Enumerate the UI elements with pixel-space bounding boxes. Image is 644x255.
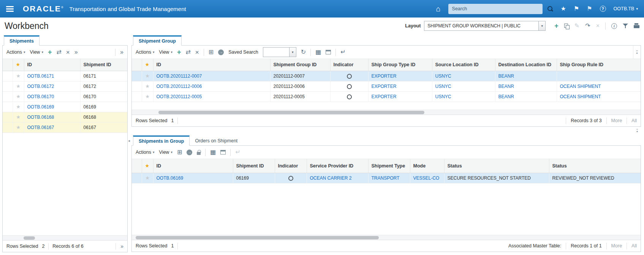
destination-location-link[interactable]: BEANR: [498, 94, 514, 99]
copy-layout-button[interactable]: [564, 24, 569, 29]
modify-button[interactable]: ⇄: [185, 49, 190, 55]
add-button[interactable]: +: [48, 49, 52, 56]
table-row[interactable]: ★ OOTB.06169 06169: [3, 102, 127, 112]
favorite-star-icon[interactable]: ★: [16, 104, 21, 110]
favorite-star-icon[interactable]: ★: [16, 94, 21, 99]
shipment-id-link[interactable]: OOTB.06169: [157, 175, 184, 181]
expand-footer-button[interactable]: »: [120, 243, 123, 249]
filter-icon[interactable]: [623, 23, 628, 29]
print-icon[interactable]: [634, 23, 639, 29]
ship-group-type-link[interactable]: EXPORTER: [372, 84, 397, 89]
ship-group-rule-link[interactable]: OCEAN SHIPMENT: [560, 84, 601, 89]
column-header-id[interactable]: ID: [153, 159, 233, 173]
add-layout-button[interactable]: +: [554, 22, 559, 29]
all-link[interactable]: All: [631, 118, 637, 123]
lock-icon[interactable]: [197, 152, 201, 155]
view-menu-button[interactable]: View▾: [159, 49, 172, 55]
view-menu-button[interactable]: View▾: [30, 49, 43, 55]
favorite-star-icon[interactable]: ★: [16, 73, 21, 79]
shipment-id-link[interactable]: OOTB.06167: [27, 125, 54, 130]
delete-button[interactable]: ×: [195, 49, 199, 56]
source-location-link[interactable]: USNYC: [435, 94, 451, 99]
table-row-selected[interactable]: ★ OOTB.06167 06167: [3, 122, 127, 132]
search-icon[interactable]: [547, 6, 553, 12]
ship-group-type-link[interactable]: EXPORTER: [372, 73, 397, 79]
chevron-down-icon[interactable]: ▾: [538, 21, 545, 30]
table-row[interactable]: ★ OOTB.20201112-0005 20201112-0005 EXPOR…: [132, 91, 641, 102]
add-button[interactable]: +: [177, 49, 181, 56]
favorite-star-icon[interactable]: ★: [145, 94, 150, 99]
table-row-selected[interactable]: ★ OOTB.06168 06168: [3, 112, 127, 122]
favorites-star-icon[interactable]: ★: [561, 6, 566, 12]
shipment-id-link[interactable]: OOTB.06170: [27, 94, 54, 99]
panel-splitter[interactable]: ◂: [128, 35, 131, 255]
tab-shipment-group[interactable]: Shipment Group: [133, 35, 182, 46]
table-row[interactable]: ★ OOTB.06171 06171: [3, 71, 127, 81]
column-header-indicator[interactable]: Indicator: [275, 159, 307, 173]
favorite-star-icon[interactable]: ★: [145, 175, 150, 181]
column-header-shipment-id[interactable]: Shipment ID: [80, 59, 127, 71]
tab-orders-on-shipment[interactable]: Orders on Shipment: [190, 135, 243, 146]
collapse-pane-button[interactable]: ▴: [633, 128, 641, 134]
shipment-group-id-link[interactable]: OOTB.20201112-0006: [157, 84, 202, 89]
table-view-icon[interactable]: ▦: [210, 149, 216, 155]
refresh-icon[interactable]: ↻: [301, 49, 306, 55]
column-header-shipment-id[interactable]: Shipment ID: [233, 159, 275, 173]
column-header-ship-group-rule-id[interactable]: Ship Group Rule ID: [557, 59, 641, 71]
column-header-status[interactable]: Status: [444, 159, 549, 173]
mode-link[interactable]: VESSEL-CO: [413, 175, 440, 181]
table-view-icon[interactable]: ▦: [315, 49, 321, 55]
column-header-shipment-type[interactable]: Shipment Type: [368, 159, 410, 173]
column-header-id[interactable]: ID: [153, 59, 270, 71]
user-menu[interactable]: OOTB.TB ▾: [614, 6, 638, 11]
table-row-selected[interactable]: ★ OOTB.20201112-0007 20201112-0007 EXPOR…: [132, 71, 641, 81]
go-icon[interactable]: →: [187, 150, 192, 155]
search-input[interactable]: [448, 4, 543, 14]
mass-update-icon[interactable]: ⊞: [177, 149, 182, 155]
menu-icon[interactable]: [6, 6, 14, 12]
modify-button[interactable]: ⇄: [56, 49, 61, 55]
info-icon[interactable]: i: [611, 23, 617, 29]
column-header-service-provider-id[interactable]: Service Provider ID: [307, 159, 368, 173]
actions-menu-button[interactable]: Actions▾: [136, 49, 155, 55]
mass-update-icon[interactable]: ⊞: [209, 49, 214, 55]
edit-layout-button[interactable]: ✎: [574, 23, 579, 29]
ship-group-rule-link[interactable]: OCEAN SHIPMENT: [560, 94, 601, 99]
scrollbar-thumb[interactable]: [136, 236, 379, 239]
table-row[interactable]: ★ OOTB.06170 06170: [3, 91, 127, 102]
favorite-star-icon[interactable]: ★: [16, 114, 21, 120]
favorite-star-icon[interactable]: ★: [16, 124, 21, 130]
layout-select[interactable]: SHIPMENT GROUP WORKBENCH | PUBLIC ▾: [424, 21, 546, 31]
scrollbar-thumb[interactable]: [158, 111, 424, 114]
view-menu-button[interactable]: View▾: [159, 150, 172, 155]
column-header-status-2[interactable]: Status: [549, 159, 641, 173]
destination-location-link[interactable]: BEANR: [498, 84, 514, 89]
detach-icon[interactable]: [326, 50, 331, 54]
shipment-type-link[interactable]: TRANSPORT: [372, 175, 400, 181]
source-location-link[interactable]: USNYC: [435, 73, 451, 79]
delete-layout-button[interactable]: ×: [596, 23, 600, 29]
scrollbar-thumb[interactable]: [24, 236, 35, 240]
column-header-shipment-group-id[interactable]: Shipment Group ID: [270, 59, 330, 71]
shipment-id-link[interactable]: OOTB.06168: [27, 115, 54, 120]
collapse-left-icon[interactable]: ◂: [128, 139, 130, 143]
table-row-selected[interactable]: ★ OOTB.06169 06169 OCEAN CARRIER 2 TRANS…: [132, 173, 641, 183]
watchlist-flag-icon[interactable]: ⚑: [587, 6, 592, 12]
destination-location-link[interactable]: BEANR: [498, 73, 514, 79]
source-location-link[interactable]: USNYC: [435, 84, 451, 89]
home-icon[interactable]: ⌂: [436, 5, 440, 13]
favorite-star-icon[interactable]: ★: [16, 83, 21, 89]
shipment-group-id-link[interactable]: OOTB.20201112-0007: [157, 73, 202, 79]
shipment-id-link[interactable]: OOTB.06171: [27, 73, 54, 79]
actions-menu-button[interactable]: Actions▾: [136, 150, 155, 155]
favorite-star-icon[interactable]: ★: [145, 73, 150, 79]
delete-button[interactable]: ×: [66, 49, 70, 56]
tab-shipments-in-group[interactable]: Shipments in Group: [133, 135, 190, 146]
flag-icon[interactable]: ⚑: [574, 6, 579, 12]
column-header-destination-location-id[interactable]: Destination Location ID: [495, 59, 557, 71]
column-header-indicator[interactable]: Indicator: [330, 59, 368, 71]
table-row[interactable]: ★ OOTB.20201112-0006 20201112-0006 EXPOR…: [132, 81, 641, 91]
favorite-star-icon[interactable]: ★: [145, 83, 150, 89]
column-header-id[interactable]: ID: [24, 59, 80, 71]
return-arrow-icon[interactable]: ↵: [340, 49, 345, 55]
